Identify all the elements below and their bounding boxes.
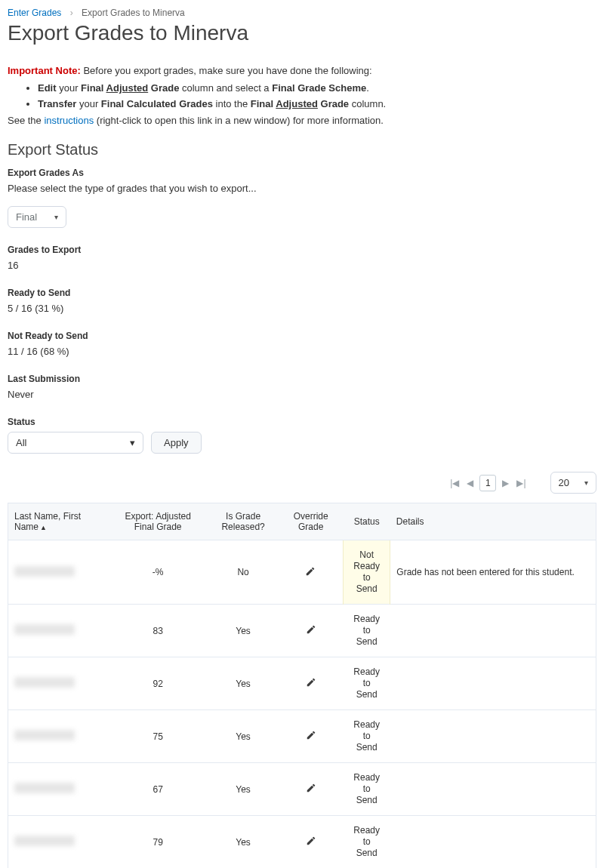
details-cell: [390, 763, 596, 816]
status-cell: ReadytoSend: [344, 605, 390, 657]
grade-value: 92: [108, 657, 208, 710]
breadcrumb-link-enter-grades[interactable]: Enter Grades: [8, 8, 61, 18]
released-value: Yes: [208, 763, 278, 816]
grades-to-export-value: 16: [8, 260, 596, 271]
sort-asc-icon: ▲: [40, 524, 47, 531]
grades-to-export-label: Grades to Export: [8, 245, 596, 255]
table-row: 67YesReadytoSend: [8, 763, 596, 816]
page-first-icon[interactable]: |◀: [448, 478, 461, 488]
details-cell: [390, 657, 596, 710]
pencil-icon[interactable]: [306, 838, 316, 848]
important-note-label: Important Note:: [8, 65, 81, 76]
breadcrumb: Enter Grades › Export Grades to Minerva: [8, 8, 596, 18]
details-cell: [390, 605, 596, 657]
apply-button[interactable]: Apply: [151, 432, 202, 454]
released-value: Yes: [208, 710, 278, 763]
export-grades-as-desc: Please select the type of grades that yo…: [8, 183, 596, 194]
table-row: 75YesReadytoSend: [8, 710, 596, 763]
col-details[interactable]: Details: [390, 503, 596, 540]
intro-text: Important Note: Before you export grades…: [8, 63, 596, 129]
page-last-icon[interactable]: ▶|: [515, 478, 527, 488]
chevron-down-icon: ▾: [54, 213, 58, 221]
grade-value: 75: [108, 710, 208, 763]
last-submission-label: Last Submission: [8, 374, 596, 384]
table-row: -%NoNotReadytoSendGrade has not been ent…: [8, 540, 596, 605]
student-name-redacted: [14, 566, 75, 577]
status-filter-label: Status: [8, 417, 596, 427]
not-ready-to-send-value: 11 / 16 (68 %): [8, 346, 596, 357]
intro-bullet-edit: Edit your Final Adjusted Grade column an…: [38, 81, 596, 97]
status-cell: ReadytoSend: [344, 657, 390, 710]
pencil-icon[interactable]: [306, 732, 316, 743]
table-row: 92YesReadytoSend: [8, 657, 596, 710]
page-size-select[interactable]: 20 ▾: [550, 472, 596, 494]
student-name-redacted: [14, 730, 75, 740]
chevron-right-icon: ›: [70, 8, 73, 18]
breadcrumb-current: Export Grades to Minerva: [82, 8, 185, 18]
student-name-redacted: [14, 783, 75, 793]
not-ready-to-send-label: Not Ready to Send: [8, 331, 596, 341]
col-name[interactable]: Last Name, First Name▲: [8, 503, 108, 540]
status-cell: ReadytoSend: [344, 816, 390, 868]
details-cell: Grade has not been entered for this stud…: [390, 540, 596, 605]
student-name-redacted: [14, 677, 75, 688]
grades-table: Last Name, First Name▲ Export: Adjusted …: [8, 503, 596, 868]
col-released[interactable]: Is Grade Released?: [208, 503, 278, 540]
student-name-redacted: [14, 836, 75, 846]
details-cell: [390, 710, 596, 763]
pencil-icon[interactable]: [306, 785, 316, 796]
status-cell: ReadytoSend: [344, 763, 390, 816]
pencil-icon[interactable]: [306, 626, 316, 637]
grade-value: -%: [108, 540, 208, 605]
pencil-icon[interactable]: [306, 679, 316, 690]
table-row: 79YesReadytoSend: [8, 816, 596, 868]
grade-value: 79: [108, 816, 208, 868]
ready-to-send-value: 5 / 16 (31 %): [8, 303, 596, 314]
status-cell: NotReadytoSend: [344, 540, 390, 605]
instructions-link[interactable]: instructions: [44, 115, 94, 126]
export-status-heading: Export Status: [8, 141, 596, 159]
released-value: Yes: [208, 816, 278, 868]
grade-value: 67: [108, 763, 208, 816]
chevron-down-icon: ▾: [130, 437, 135, 448]
details-cell: [390, 816, 596, 868]
pager: |◀ ◀ 1 ▶ ▶| 20 ▾: [8, 472, 596, 494]
table-row: 83YesReadytoSend: [8, 605, 596, 657]
released-value: Yes: [208, 605, 278, 657]
page-title: Export Grades to Minerva: [8, 21, 596, 45]
ready-to-send-label: Ready to Send: [8, 288, 596, 298]
released-value: No: [208, 540, 278, 605]
status-filter-select[interactable]: All ▾: [8, 432, 143, 454]
page-next-icon[interactable]: ▶: [501, 478, 510, 488]
status-cell: ReadytoSend: [344, 710, 390, 763]
pencil-icon[interactable]: [305, 568, 316, 579]
last-submission-value: Never: [8, 389, 596, 400]
released-value: Yes: [208, 657, 278, 710]
intro-bullet-transfer: Transfer your Final Calculated Grades in…: [38, 97, 596, 112]
col-export-grade[interactable]: Export: Adjusted Final Grade: [108, 503, 208, 540]
export-type-select[interactable]: Final ▾: [8, 206, 66, 228]
page-number-input[interactable]: 1: [479, 475, 496, 491]
student-name-redacted: [14, 624, 75, 635]
page-prev-icon[interactable]: ◀: [465, 478, 475, 488]
chevron-down-icon: ▾: [584, 479, 588, 487]
col-override[interactable]: Override Grade: [279, 503, 344, 540]
export-grades-as-label: Export Grades As: [8, 168, 596, 178]
col-status[interactable]: Status: [344, 503, 390, 540]
grade-value: 83: [108, 605, 208, 657]
